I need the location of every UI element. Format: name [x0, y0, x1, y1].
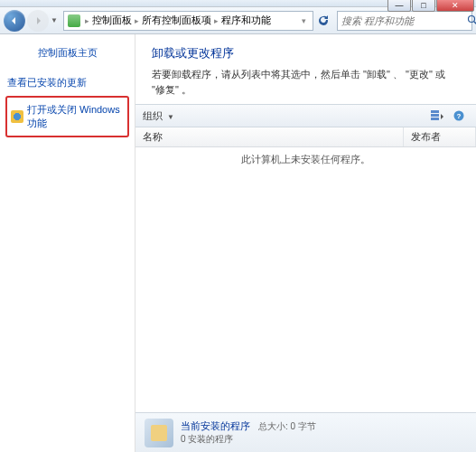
search-box[interactable]	[337, 11, 472, 31]
status-title: 当前安装的程序	[181, 420, 250, 431]
toolbar: 组织 ▼ ?	[135, 104, 476, 127]
sidebar-item-label: 打开或关闭 Windows 功能	[27, 103, 124, 130]
body: 控制面板主页 查看已安装的更新 打开或关闭 Windows 功能 卸载或更改程序…	[0, 34, 476, 452]
view-icon	[431, 110, 443, 121]
svg-point-0	[469, 15, 475, 22]
refresh-icon	[317, 14, 330, 27]
svg-rect-4	[431, 118, 439, 120]
help-icon: ?	[453, 110, 464, 121]
programs-folder-icon	[145, 419, 173, 447]
breadcrumb-sep-icon: ▸	[85, 16, 89, 25]
control-panel-icon	[68, 14, 80, 27]
svg-rect-2	[431, 110, 439, 113]
minimize-button[interactable]: —	[387, 0, 411, 12]
forward-arrow-icon	[33, 16, 42, 25]
sidebar: 控制面板主页 查看已安装的更新 打开或关闭 Windows 功能	[0, 34, 135, 452]
breadcrumb-item[interactable]: 控制面板	[92, 14, 132, 27]
back-arrow-icon	[10, 16, 19, 25]
refresh-button[interactable]	[313, 14, 333, 27]
column-publisher[interactable]: 发布者	[404, 127, 476, 146]
list-header: 名称 发布者	[135, 127, 476, 147]
back-button[interactable]	[4, 10, 25, 32]
nav-history-dropdown[interactable]: ▼	[51, 16, 60, 24]
sidebar-windows-features-link[interactable]: 打开或关闭 Windows 功能	[9, 100, 126, 133]
help-button[interactable]: ?	[449, 108, 469, 124]
breadcrumb[interactable]: ▸ 控制面板 ▸ 所有控制面板项 ▸ 程序和功能 ▾	[63, 11, 313, 31]
status-bar: 当前安装的程序 总大小: 0 字节 0 安装的程序	[135, 412, 476, 452]
search-input[interactable]	[341, 15, 467, 26]
empty-message: 此计算机上未安装任何程序。	[135, 147, 476, 172]
sidebar-view-updates-link[interactable]: 查看已安装的更新	[5, 73, 129, 92]
chevron-down-icon: ▼	[167, 113, 174, 121]
page-title: 卸载或更改程序	[152, 45, 460, 61]
breadcrumb-sep-icon: ▸	[135, 16, 139, 25]
svg-text:?: ?	[457, 112, 462, 120]
title-bar: — □ ✕	[0, 0, 476, 7]
shield-icon	[11, 110, 23, 123]
maximize-button[interactable]: □	[412, 0, 435, 12]
search-icon[interactable]	[467, 14, 476, 27]
program-list: 此计算机上未安装任何程序。	[135, 147, 476, 412]
status-text: 当前安装的程序 总大小: 0 字节 0 安装的程序	[181, 419, 316, 446]
status-count: 0 安装的程序	[181, 433, 316, 446]
svg-rect-3	[431, 114, 439, 117]
status-size: 总大小: 0 字节	[258, 421, 316, 431]
sidebar-home-link[interactable]: 控制面板主页	[5, 43, 129, 62]
view-options-button[interactable]	[427, 108, 447, 124]
breadcrumb-sep-icon: ▸	[214, 16, 219, 25]
breadcrumb-dropdown-icon[interactable]: ▾	[302, 16, 306, 25]
sidebar-highlight: 打开或关闭 Windows 功能	[5, 96, 129, 137]
breadcrumb-item[interactable]: 所有控制面板项	[142, 14, 211, 27]
column-name[interactable]: 名称	[135, 127, 404, 146]
organize-button[interactable]: 组织 ▼	[143, 109, 174, 123]
main-panel: 卸载或更改程序 若要卸载程序，请从列表中将其选中，然后单击 "卸载" 、 "更改…	[135, 34, 476, 452]
breadcrumb-item[interactable]: 程序和功能	[221, 14, 271, 27]
window-buttons: — □ ✕	[387, 0, 474, 12]
forward-button	[27, 10, 49, 32]
close-button[interactable]: ✕	[436, 0, 474, 12]
page-subtext: 若要卸载程序，请从列表中将其选中，然后单击 "卸载" 、 "更改" 或 "修复"…	[152, 67, 460, 97]
sidebar-item-label: 控制面板主页	[38, 46, 98, 60]
sidebar-item-label: 查看已安装的更新	[7, 76, 87, 89]
heading-area: 卸载或更改程序 若要卸载程序，请从列表中将其选中，然后单击 "卸载" 、 "更改…	[135, 34, 476, 104]
